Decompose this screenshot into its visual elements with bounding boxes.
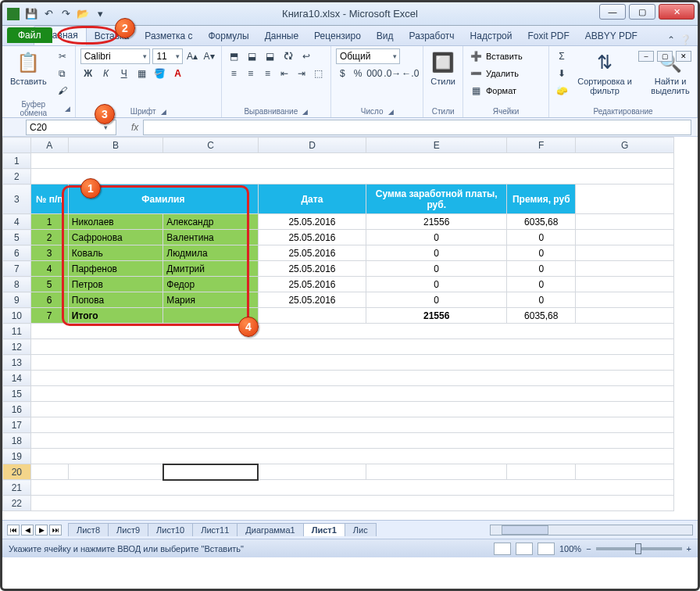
cell[interactable]: 0 xyxy=(507,230,576,245)
cell[interactable] xyxy=(30,324,673,339)
comma-button[interactable]: 000 xyxy=(366,66,382,81)
tab-abbyy[interactable]: ABBYY PDF xyxy=(577,27,645,45)
cell[interactable] xyxy=(30,169,673,184)
cell[interactable] xyxy=(366,464,507,480)
align-middle-button[interactable]: ⬓ xyxy=(245,48,260,64)
row-header[interactable]: 19 xyxy=(3,449,31,464)
paste-button[interactable]: 📋 Вставить xyxy=(7,48,50,98)
increase-font-button[interactable]: A▴ xyxy=(185,48,200,64)
cell[interactable]: Дата xyxy=(258,184,366,214)
cell[interactable]: № п/п xyxy=(30,184,68,214)
cell[interactable] xyxy=(163,308,259,324)
font-size-combo[interactable]: 11 xyxy=(152,48,182,64)
cell[interactable]: 0 xyxy=(366,230,507,245)
cell[interactable] xyxy=(30,417,673,433)
increase-decimal-button[interactable]: .0→ xyxy=(384,66,400,81)
sheet-tab[interactable]: Лист10 xyxy=(148,523,193,536)
cell[interactable] xyxy=(68,464,163,480)
row-header[interactable]: 9 xyxy=(3,292,31,308)
cell[interactable]: Дмитрий xyxy=(163,261,259,277)
sheet-tab[interactable]: Диаграмма1 xyxy=(237,523,303,536)
cell[interactable]: 25.05.2016 xyxy=(258,277,366,292)
clear-button[interactable]: 🧽 xyxy=(554,83,570,98)
tab-review[interactable]: Рецензиро xyxy=(306,27,369,45)
cell[interactable] xyxy=(30,355,673,371)
zoom-out-button[interactable]: − xyxy=(586,544,591,553)
qat-customize[interactable]: ▾ xyxy=(93,7,107,21)
format-cells-icon[interactable]: ▦ xyxy=(468,83,484,98)
cell[interactable] xyxy=(30,464,68,480)
cell[interactable]: Итого xyxy=(68,308,163,324)
cell[interactable]: Федор xyxy=(163,277,259,292)
zoom-slider[interactable] xyxy=(596,547,682,550)
cell[interactable]: Попова xyxy=(68,292,163,308)
sheet-tab[interactable]: Лист9 xyxy=(108,523,148,536)
fx-icon[interactable]: fx xyxy=(131,122,138,133)
font-name-combo[interactable]: Calibri xyxy=(80,48,151,64)
close-button[interactable]: ✕ xyxy=(659,4,695,20)
row-header[interactable]: 15 xyxy=(3,386,31,402)
doc-close-button[interactable]: ✕ xyxy=(676,51,691,62)
qat-open[interactable]: 📂 xyxy=(76,7,90,21)
cell[interactable] xyxy=(30,339,673,355)
cell[interactable]: 0 xyxy=(366,261,507,277)
cell[interactable]: 25.05.2016 xyxy=(258,214,366,230)
row-header[interactable]: 5 xyxy=(3,230,31,245)
col-header-c[interactable]: C xyxy=(163,138,259,153)
sheet-nav-prev[interactable]: ◀ xyxy=(21,525,34,535)
row-header[interactable]: 8 xyxy=(3,277,31,292)
col-header-g[interactable]: G xyxy=(576,138,674,153)
tab-developer[interactable]: Разработч xyxy=(402,27,462,45)
row-header[interactable]: 10 xyxy=(3,308,31,324)
cell[interactable] xyxy=(507,464,576,480)
cell[interactable]: 0 xyxy=(507,277,576,292)
copy-button[interactable]: ⧉ xyxy=(55,66,70,81)
tab-foxit[interactable]: Foxit PDF xyxy=(520,27,577,45)
percent-button[interactable]: % xyxy=(352,66,365,81)
help-icon[interactable]: ❔ xyxy=(680,34,691,45)
cell[interactable]: Премия, руб xyxy=(507,184,576,214)
decrease-font-button[interactable]: A▾ xyxy=(202,48,216,64)
worksheet-grid[interactable]: A B C D E F G 1 2 3 № п/п Фамилия Дата С… xyxy=(2,137,674,511)
borders-button[interactable]: ▦ xyxy=(134,66,150,81)
row-header[interactable]: 16 xyxy=(3,402,31,417)
tab-layout[interactable]: Разметка с xyxy=(137,27,200,45)
row-header[interactable]: 14 xyxy=(3,371,31,386)
cell[interactable]: 25.05.2016 xyxy=(258,230,366,245)
row-header[interactable]: 7 xyxy=(3,261,31,277)
qat-undo[interactable]: ↶ xyxy=(41,7,55,21)
cell[interactable]: 4 xyxy=(30,261,68,277)
cell[interactable] xyxy=(30,153,673,169)
cell[interactable]: Парфенов xyxy=(68,261,163,277)
bold-button[interactable]: Ж xyxy=(80,66,96,81)
font-color-button[interactable]: A xyxy=(170,66,186,81)
qat-redo[interactable]: ↷ xyxy=(59,7,73,21)
cell[interactable]: Сумма заработной платы, руб. xyxy=(366,184,507,214)
horizontal-scrollbar[interactable] xyxy=(490,525,693,535)
row-header[interactable]: 1 xyxy=(3,153,31,169)
orientation-button[interactable]: 🗘 xyxy=(280,48,296,64)
cell[interactable]: Сафронова xyxy=(68,230,163,245)
scrollbar-thumb[interactable] xyxy=(502,525,548,535)
sheet-nav-next[interactable]: ▶ xyxy=(35,525,48,535)
autosum-button[interactable]: Σ xyxy=(554,48,570,64)
cell[interactable]: 25.05.2016 xyxy=(258,292,366,308)
cell[interactable]: 2 xyxy=(30,230,68,245)
zoom-in-button[interactable]: + xyxy=(687,544,691,553)
cell[interactable]: 5 xyxy=(30,277,68,292)
row-header[interactable]: 13 xyxy=(3,355,31,371)
cell[interactable]: 6035,68 xyxy=(507,308,576,324)
cell[interactable] xyxy=(576,308,674,324)
row-header[interactable]: 3 xyxy=(3,184,31,214)
view-pagebreak-button[interactable] xyxy=(538,543,555,555)
delete-cells-icon[interactable]: ➖ xyxy=(468,66,484,81)
qat-save[interactable]: 💾 xyxy=(24,7,38,21)
cell[interactable] xyxy=(576,214,674,230)
cell[interactable]: 0 xyxy=(366,245,507,261)
minimize-button[interactable]: — xyxy=(599,4,626,20)
cell[interactable]: Николаев xyxy=(68,214,163,230)
align-center-button[interactable]: ≡ xyxy=(244,66,259,81)
styles-button[interactable]: 🔲 Стили xyxy=(428,48,458,88)
row-header[interactable]: 22 xyxy=(3,496,31,511)
delete-cells-button[interactable]: Удалить xyxy=(486,69,519,78)
